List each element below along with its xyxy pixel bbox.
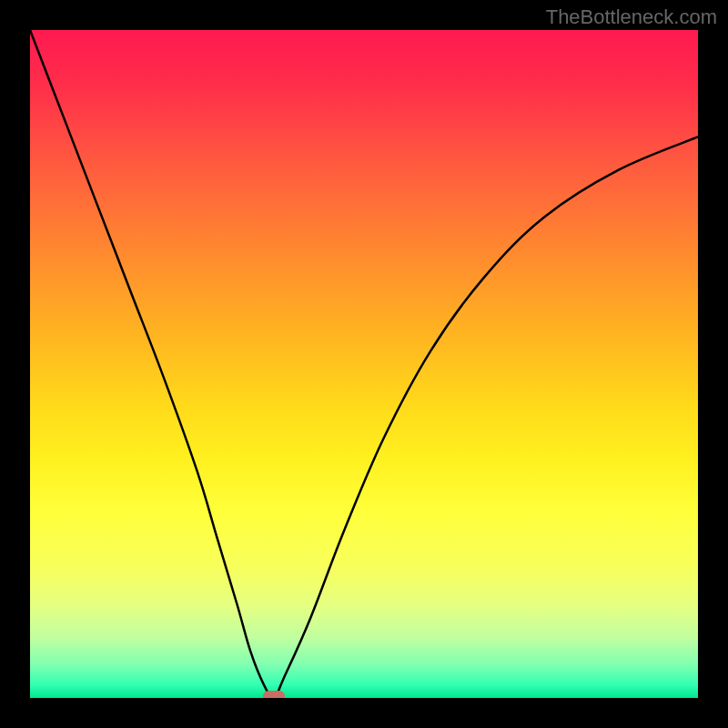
bottleneck-curve	[30, 30, 698, 698]
watermark: TheBottleneck.com	[546, 5, 717, 29]
chart-plot-area	[30, 30, 698, 698]
chart-curve	[30, 30, 698, 698]
optimal-point-marker	[263, 691, 285, 698]
